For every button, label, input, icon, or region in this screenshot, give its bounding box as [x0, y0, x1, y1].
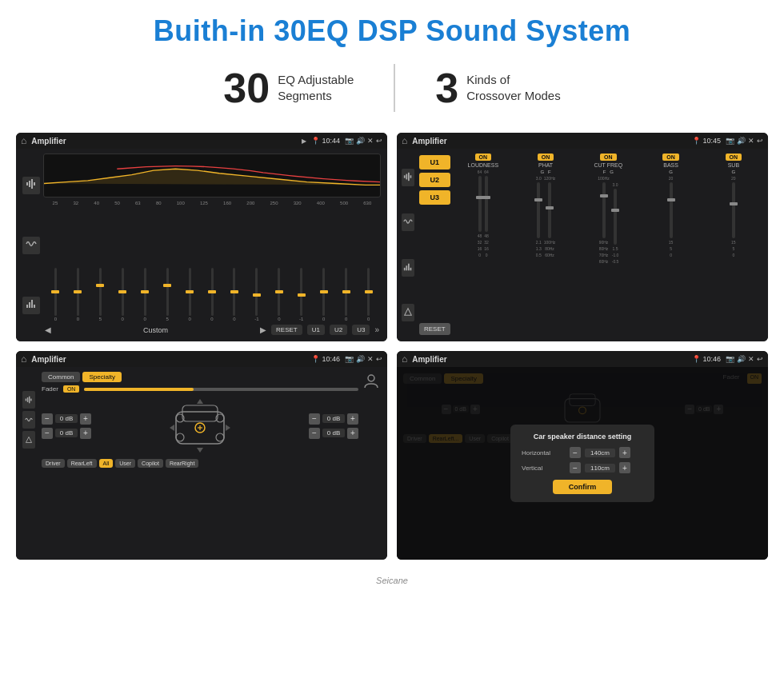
loudness-on-btn[interactable]: ON — [475, 154, 492, 161]
rear-right-btn[interactable]: RearRight — [166, 459, 199, 468]
screen-crossover: ⌂ Amplifier 📍 10:45 📷 🔊 ✕ ↩ — [397, 133, 768, 341]
sp-rr-plus[interactable]: + — [347, 428, 358, 439]
u3-btn[interactable]: U3 — [352, 325, 370, 335]
eq-slider-4[interactable]: 0 — [112, 268, 134, 321]
sp-icon-1[interactable] — [22, 391, 35, 409]
fader-label: Fader — [42, 385, 58, 393]
eq-slider-9[interactable]: 0 — [224, 268, 246, 321]
sp-icon-3[interactable] — [22, 431, 35, 449]
sp-rl-minus[interactable]: − — [42, 428, 53, 439]
speaker-screen: Common Specialty Fader ON — [19, 370, 384, 556]
back-icon-3[interactable]: ↩ — [376, 355, 382, 363]
eq-left-icon-2[interactable] — [22, 237, 40, 254]
dialog-vertical-row: Vertical − 110cm + — [522, 462, 643, 473]
driver-btn[interactable]: Driver — [42, 459, 65, 468]
all-btn[interactable]: All — [99, 459, 114, 468]
vertical-minus-btn[interactable]: − — [570, 462, 581, 473]
eq-slider-10[interactable]: -1 — [246, 268, 267, 321]
eq-next-btn[interactable]: ▶ — [260, 325, 266, 334]
crossover-screen-content: U1 U2 U3 RESET ON LOUDNESS 64 — [397, 149, 768, 341]
eq-left-icon-1[interactable] — [22, 177, 40, 194]
stat-eq: 30 EQ AdjustableSegments — [183, 64, 395, 112]
sp-bottom-btns: Driver RearLeft All User Copilot RearRig… — [42, 459, 358, 468]
svg-rect-3 — [34, 182, 35, 185]
sub-on-btn[interactable]: ON — [726, 154, 742, 161]
bass-on-btn[interactable]: ON — [662, 154, 679, 161]
eq-slider-15[interactable]: 0 — [358, 268, 379, 321]
eq-slider-2[interactable]: 0 — [67, 268, 89, 321]
u2-btn[interactable]: U2 — [330, 325, 347, 335]
reset-btn[interactable]: RESET — [271, 325, 302, 335]
home-icon-2[interactable]: ⌂ — [402, 135, 407, 146]
eq-slider-13[interactable]: 0 — [313, 268, 334, 321]
home-icon-3[interactable]: ⌂ — [21, 353, 26, 365]
svg-point-27 — [216, 433, 224, 441]
camera-icon-2: 📷 — [726, 137, 734, 145]
sp-icon-2[interactable] — [22, 411, 35, 429]
home-icon[interactable]: ⌂ — [21, 135, 26, 146]
freq-200: 200 — [246, 201, 254, 205]
home-icon-4[interactable]: ⌂ — [402, 353, 407, 365]
crossover-icon-4[interactable] — [402, 304, 414, 321]
close-icon-3[interactable]: ✕ — [367, 355, 374, 363]
sp-fr-minus[interactable]: − — [309, 413, 320, 425]
crossover-icon-3[interactable] — [402, 259, 414, 277]
back-icon-4[interactable]: ↩ — [757, 355, 763, 363]
topbar-time: 📍 10:44 — [311, 137, 340, 145]
eq-slider-14[interactable]: 0 — [335, 268, 357, 321]
horizontal-plus-btn[interactable]: + — [619, 447, 630, 458]
eq-prev-btn[interactable]: ◀ — [45, 325, 51, 334]
confirm-btn[interactable]: Confirm — [553, 480, 613, 494]
cutfreq-on-btn[interactable]: ON — [600, 154, 617, 161]
u3-cross-btn[interactable]: U3 — [419, 190, 450, 205]
sp-center-diagram — [96, 396, 304, 456]
sp-fl-minus[interactable]: − — [42, 413, 53, 425]
close-icon[interactable]: ✕ — [367, 137, 374, 145]
eq-slider-7[interactable]: 0 — [179, 268, 201, 321]
user-profile-icon[interactable] — [362, 372, 381, 394]
svg-rect-4 — [26, 305, 28, 308]
stat-crossover: 3 Kinds ofCrossover Modes — [395, 64, 600, 112]
eq-slider-5[interactable]: 0 — [134, 268, 156, 321]
fader-on-btn[interactable]: ON — [63, 385, 80, 393]
sp-fr-plus[interactable]: + — [347, 413, 358, 425]
sp-fl-plus[interactable]: + — [80, 413, 91, 425]
tab-common[interactable]: Common — [42, 372, 80, 382]
eq-slider-8[interactable]: 0 — [202, 268, 223, 321]
eq-slider-6[interactable]: 5 — [157, 268, 178, 321]
u1-cross-btn[interactable]: U1 — [419, 155, 450, 170]
horizontal-minus-btn[interactable]: − — [570, 447, 581, 458]
sp-fl-db-row: − 0 dB + — [42, 413, 91, 425]
freq-100: 100 — [177, 201, 185, 205]
reset-cross-btn[interactable]: RESET — [419, 323, 450, 335]
u1-btn[interactable]: U1 — [307, 325, 325, 335]
eq-left-icon-3[interactable] — [22, 297, 40, 314]
tab-specialty[interactable]: Specialty — [82, 372, 121, 382]
eq-slider-11[interactable]: 0 — [268, 268, 290, 321]
eq-slider-1[interactable]: 0 — [45, 268, 66, 321]
phat-on-btn[interactable]: ON — [538, 154, 554, 161]
cutfreq-label: CUT FREQ — [594, 162, 623, 168]
back-icon[interactable]: ↩ — [376, 137, 382, 145]
close-icon-4[interactable]: ✕ — [748, 355, 754, 363]
eq-slider-12[interactable]: -1 — [290, 268, 312, 321]
vertical-plus-btn[interactable]: + — [619, 462, 630, 473]
freq-250: 250 — [270, 201, 278, 205]
stat-eq-number: 30 — [223, 64, 270, 112]
sp-rr-minus[interactable]: − — [309, 428, 320, 439]
crossover-icon-2[interactable] — [402, 213, 414, 231]
svg-rect-0 — [26, 182, 28, 185]
u2-cross-btn[interactable]: U2 — [419, 173, 450, 187]
copilot-btn[interactable]: Copilot — [138, 459, 163, 468]
user-btn[interactable]: User — [115, 459, 135, 468]
fader-slider[interactable] — [84, 388, 358, 391]
back-icon-2[interactable]: ↩ — [757, 137, 763, 145]
freq-25: 25 — [53, 201, 58, 205]
crossover-icon-1[interactable] — [402, 169, 414, 186]
close-icon-2[interactable]: ✕ — [748, 137, 754, 145]
eq-slider-3[interactable]: 5 — [90, 268, 111, 321]
sp-rl-plus[interactable]: + — [80, 428, 91, 439]
rear-left-btn[interactable]: RearLeft — [67, 459, 97, 468]
freq-50: 50 — [114, 201, 120, 205]
more-icon[interactable]: » — [374, 325, 379, 334]
